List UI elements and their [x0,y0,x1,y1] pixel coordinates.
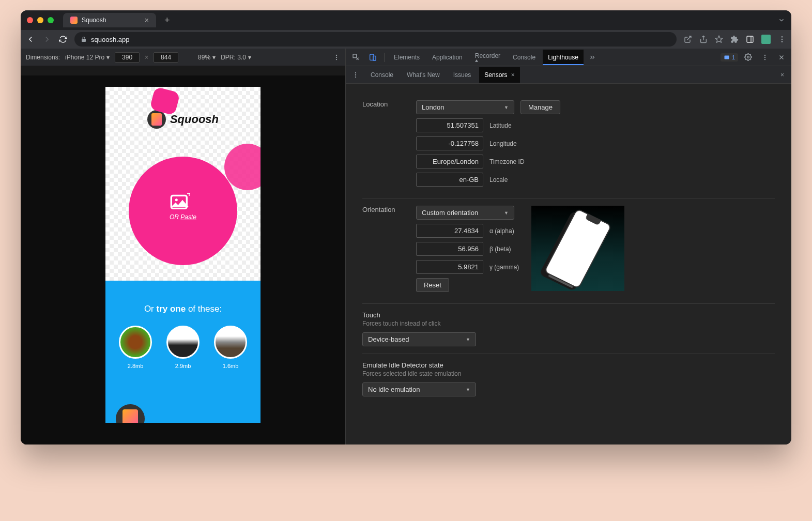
tab-console[interactable]: Console [508,50,541,65]
gamma-label: γ (gamma) [489,264,519,271]
svg-point-18 [764,56,765,57]
tab-elements[interactable]: Elements [389,50,425,65]
settings-icon[interactable] [741,51,755,63]
zoom-select[interactable]: 89% ▾ [198,54,216,61]
tab-recorder[interactable]: Recorder [470,49,505,67]
new-tab-icon[interactable]: + [164,15,170,26]
drawer-tabs: Console What's New Issues Sensors × × [346,66,791,84]
reset-button[interactable]: Reset [416,278,449,292]
dimension-separator: × [145,54,148,61]
window-controls [27,17,54,23]
try-one-heading: Or try one of these: [105,281,261,314]
side-panel-icon[interactable] [746,35,754,43]
issues-badge[interactable]: 1 [721,53,738,62]
device-mode-icon[interactable] [365,51,380,64]
idle-select[interactable]: No idle emulation ▼ [362,382,476,396]
svg-point-23 [355,74,356,75]
url-text: squoosh.app [91,36,129,43]
app-logo-icon [147,110,166,129]
chevron-down-icon: ▾ [248,54,251,61]
drawer-menu-icon[interactable] [349,69,362,81]
chevron-down-icon: ▼ [504,210,509,216]
locale-input[interactable] [416,173,483,187]
close-window-icon[interactable] [27,17,33,23]
device-more-icon[interactable] [333,54,340,61]
svg-point-6 [336,54,337,55]
location-select[interactable]: London ▼ [416,100,514,114]
sample-thumbnail [119,326,152,359]
browser-tab[interactable]: Squoosh × [63,13,156,27]
reload-icon[interactable] [59,35,67,43]
sample-size: 1.6mb [214,363,247,369]
url-bar[interactable]: squoosh.app [74,32,677,47]
close-drawer-icon[interactable]: × [776,69,788,81]
idle-desc: Forces selected idle state emulation [362,370,775,377]
tab-lighthouse[interactable]: Lighthouse [543,50,584,65]
orientation-preview[interactable] [531,206,624,291]
svg-point-17 [764,54,765,55]
sample-size: 2.9mb [166,363,200,369]
bookmark-icon[interactable] [715,35,723,43]
height-input[interactable] [154,52,178,63]
sample-image-1[interactable]: 2.8mb [119,326,152,369]
devtools-menu-icon[interactable] [758,52,772,63]
paste-hint[interactable]: OR Paste [170,213,196,221]
favicon-icon [70,17,78,24]
samples-section: Or try one of these: 2.8mb 2.9mb [105,281,261,423]
extensions-icon[interactable] [730,35,739,43]
touch-select[interactable]: Device-based ▼ [362,332,476,346]
sample-image-2[interactable]: 2.9mb [166,326,200,369]
close-drawer-tab-icon[interactable]: × [511,71,515,79]
device-select[interactable]: iPhone 12 Pro ▾ [65,54,110,61]
width-input[interactable] [115,52,140,63]
tab-application[interactable]: Application [427,50,468,65]
app-title: Squoosh [170,113,219,126]
longitude-input[interactable] [416,136,483,150]
timezone-input[interactable] [416,155,483,168]
orientation-label: Orientation [362,206,404,296]
dpr-select[interactable]: DPR: 3.0 ▾ [221,54,251,61]
svg-point-5 [782,41,783,42]
timezone-label: Timezone ID [489,158,525,165]
gamma-input[interactable] [416,260,483,274]
sample-size: 2.8mb [119,363,152,369]
sample-image-4[interactable] [116,404,145,423]
latitude-label: Latitude [489,122,512,129]
profile-avatar-icon[interactable] [761,35,771,44]
beta-label: β (beta) [489,246,511,253]
longitude-label: Longitude [489,140,517,147]
orientation-select[interactable]: Custom orientation ▼ [416,206,514,220]
touch-desc: Forces touch instead of click [362,320,775,327]
svg-rect-1 [747,36,753,42]
close-tab-icon[interactable]: × [145,16,149,24]
drawer-sensors[interactable]: Sensors × [479,67,519,83]
svg-rect-15 [724,55,729,59]
device-frame[interactable]: Squoosh + OR Paste [105,87,261,423]
back-icon[interactable] [26,35,35,44]
chevron-down-icon: ▼ [466,387,470,392]
beta-input[interactable] [416,242,483,256]
svg-point-10 [175,198,178,201]
latitude-input[interactable] [416,118,483,132]
drawer-whats-new[interactable]: What's New [402,67,445,83]
share-icon[interactable] [699,35,708,43]
menu-icon[interactable] [778,35,786,43]
more-tabs-icon[interactable] [586,52,599,63]
maximize-window-icon[interactable] [48,17,54,23]
chevron-down-icon: ▼ [466,337,470,342]
manage-button[interactable]: Manage [520,100,560,114]
minimize-window-icon[interactable] [37,17,43,23]
drawer-issues[interactable]: Issues [448,67,477,83]
close-devtools-icon[interactable] [775,52,788,63]
tab-title: Squoosh [82,17,106,24]
inspect-element-icon[interactable] [349,51,363,64]
forward-icon[interactable] [42,35,52,44]
expand-tabs-icon[interactable] [778,17,785,24]
device-toolbar: Dimensions: iPhone 12 Pro ▾ × 89% ▾ DPR:… [21,49,345,66]
sample-image-3[interactable]: 1.6mb [214,326,247,369]
locale-label: Locale [489,176,508,183]
open-external-icon[interactable] [684,35,692,43]
alpha-input[interactable] [416,224,483,238]
lock-icon [81,36,87,42]
drawer-console[interactable]: Console [365,67,399,83]
